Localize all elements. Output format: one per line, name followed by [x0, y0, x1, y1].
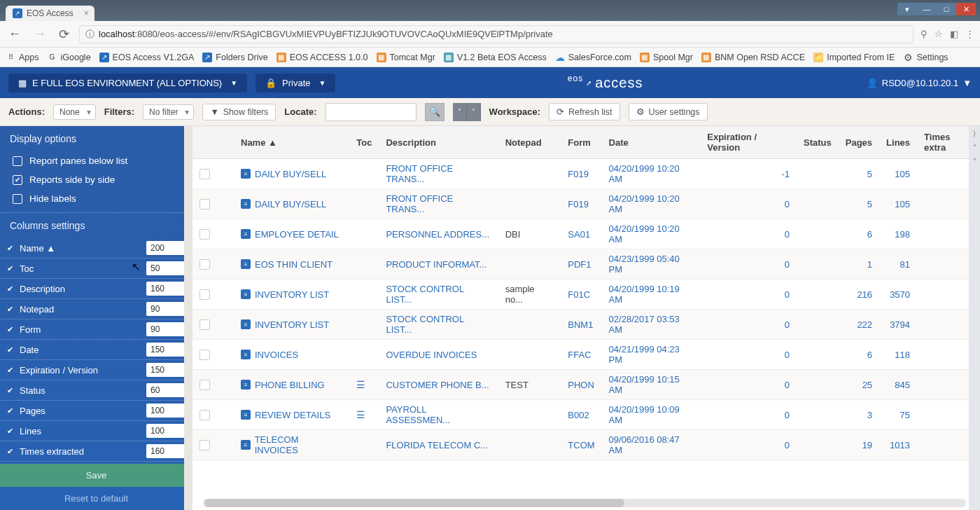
row-checkbox[interactable]	[200, 229, 210, 240]
locate-next-button[interactable]: ˅	[467, 103, 481, 121]
column-header[interactable]: Pages	[839, 126, 879, 159]
refresh-list-button[interactable]: ⟳Refresh list	[549, 103, 620, 120]
table-row[interactable]: ≡INVENTORY LISTSTOCK CONTROL LIST...BNM1…	[192, 310, 980, 340]
locate-prev-button[interactable]: ˄	[453, 103, 467, 121]
bookmark-item[interactable]: ☁SalesForce.com	[555, 53, 631, 62]
save-button[interactable]: Save	[0, 464, 192, 487]
locate-input[interactable]	[326, 103, 416, 121]
sidebar-scrollbar[interactable]	[184, 126, 192, 510]
bookmark-item[interactable]: ⠿Apps	[6, 53, 39, 62]
table-row[interactable]: ≡INVOICESOVERDUE INVOICESFFAC04/21/1999 …	[192, 340, 980, 370]
column-header[interactable]: Status	[797, 126, 839, 159]
scrollbar-thumb[interactable]	[204, 499, 624, 507]
table-row[interactable]: ≡DAILY BUY/SELLFRONT OFFICE TRANS...F019…	[192, 159, 980, 189]
column-setting-row[interactable]: Pages100	[0, 401, 192, 421]
table-row[interactable]: ≡EOS THIN CLIENTPRODUCT INFORMAT...PDF10…	[192, 249, 980, 280]
row-checkbox[interactable]	[200, 259, 210, 270]
forward-icon[interactable]: →	[31, 27, 49, 41]
visibility-selector[interactable]: 🔒 Private ▼	[255, 74, 335, 92]
column-width-input[interactable]: 160	[146, 282, 186, 296]
row-checkbox[interactable]	[200, 199, 210, 209]
menu-icon[interactable]: ⋮	[965, 29, 974, 39]
column-header[interactable]: Form	[561, 126, 601, 159]
checkbox-icon[interactable]	[13, 175, 22, 185]
column-width-input[interactable]: 50	[146, 261, 186, 275]
column-setting-row[interactable]: Form90	[0, 319, 192, 340]
row-checkbox[interactable]	[200, 169, 210, 179]
column-header[interactable]: Description	[379, 126, 498, 159]
user-menu[interactable]: 👤 RSD0@10.10.20.1 ▼	[867, 78, 972, 88]
tab-close-icon[interactable]: ×	[84, 8, 89, 18]
show-filters-button[interactable]: ▼Show filters	[202, 104, 276, 120]
row-checkbox[interactable]	[200, 350, 210, 360]
horizontal-scrollbar[interactable]	[203, 499, 966, 507]
checkbox-icon[interactable]	[13, 194, 22, 204]
window-maximize-button[interactable]: □	[937, 3, 956, 15]
table-row[interactable]: ≡PHONE BILLING☰CUSTOMER PHONE B...TESTPH…	[192, 370, 980, 400]
column-header[interactable]: Name ▲	[234, 126, 349, 159]
toc-icon[interactable]: ☰	[356, 409, 365, 420]
column-header[interactable]: Date	[602, 126, 701, 159]
bookmark-item[interactable]: ▦EOS ACCESS 1.0.0	[276, 53, 368, 62]
column-setting-row[interactable]: Notepad90	[0, 299, 192, 319]
column-width-input[interactable]: 160	[146, 444, 186, 458]
row-checkbox[interactable]	[200, 289, 210, 300]
column-width-input[interactable]: 150	[146, 363, 186, 377]
bookmark-item[interactable]: GiGoogle	[48, 53, 91, 62]
row-checkbox[interactable]	[200, 319, 210, 330]
column-width-input[interactable]: 150	[146, 343, 186, 357]
display-option[interactable]: Reports side by side	[0, 170, 192, 189]
column-setting-row[interactable]: Expiration / Version150	[0, 360, 192, 380]
table-row[interactable]: ≡INVENTORY LISTSTOCK CONTROL LIST...samp…	[192, 280, 980, 310]
actions-select[interactable]: None	[53, 104, 96, 120]
user-settings-button[interactable]: ⚙User settings	[629, 103, 708, 120]
row-checkbox[interactable]	[200, 380, 210, 390]
window-hide-button[interactable]: ▾	[897, 3, 917, 15]
column-setting-row[interactable]: Toc50	[0, 259, 192, 279]
column-width-input[interactable]: 100	[146, 404, 186, 418]
bookmark-item[interactable]: ▦BNM Open RSD ACCE	[701, 53, 805, 62]
checkbox-icon[interactable]	[13, 156, 22, 166]
row-checkbox[interactable]	[200, 410, 210, 420]
bookmark-item[interactable]: ↗EOS Access V1.2GA	[99, 53, 195, 62]
column-header[interactable]: Lines	[879, 126, 917, 159]
table-row[interactable]: ≡REVIEW DETAILS☰PAYROLL ASSESSMEN...B002…	[192, 400, 980, 430]
column-setting-row[interactable]: Times extracted160	[0, 441, 192, 462]
bookmark-item[interactable]: ▦Spool Mgr	[640, 53, 693, 62]
column-setting-row[interactable]: Lines100	[0, 421, 192, 441]
table-row[interactable]: ≡EMPLOYEE DETAILPERSONNEL ADDRES...DBISA…	[192, 219, 980, 249]
star-icon[interactable]: ☆	[934, 29, 943, 39]
environment-selector[interactable]: ▦ E FULL EOS ENVIRONMENT (ALL OPTIONS) ▼	[8, 74, 247, 92]
filters-select[interactable]: No filter	[143, 104, 194, 120]
column-width-input[interactable]: 100	[146, 424, 186, 438]
rail-collapse-icon[interactable]: ⟩	[969, 126, 980, 140]
column-header[interactable]: Notepad	[498, 126, 561, 159]
locate-search-button[interactable]: 🔍	[425, 103, 444, 121]
reset-button[interactable]: Reset to default	[0, 487, 192, 510]
column-setting-row[interactable]: Status60	[0, 380, 192, 401]
pin-icon[interactable]: ⚲	[920, 29, 927, 39]
table-row[interactable]: ≡TELECOM INVOICESFLORIDA TELECOM C...TCO…	[192, 430, 980, 460]
bookmark-item[interactable]: ⚙Settings	[903, 53, 948, 62]
display-option[interactable]: Hide labels	[0, 189, 192, 208]
site-info-icon[interactable]: ⓘ	[85, 28, 94, 41]
back-icon[interactable]: ←	[6, 27, 24, 41]
browser-tab[interactable]: ↗ EOS Access ×	[6, 6, 94, 21]
bookmark-item[interactable]: ▦Tomcat Mgr	[377, 53, 435, 62]
extension-icon[interactable]: ◧	[950, 29, 958, 39]
rail-up-icon[interactable]: ˄	[969, 140, 980, 154]
column-width-input[interactable]: 60	[146, 383, 186, 397]
column-width-input[interactable]: 90	[146, 302, 186, 316]
rail-down-icon[interactable]: ˅	[969, 154, 980, 168]
column-setting-row[interactable]: Description160	[0, 279, 192, 299]
table-row[interactable]: ≡DAILY BUY/SELLFRONT OFFICE TRANS...F019…	[192, 189, 980, 219]
bookmark-item[interactable]: ↗Folders Drive	[202, 53, 267, 62]
window-close-button[interactable]: ✕	[956, 3, 976, 15]
column-setting-row[interactable]: Name ▲200	[0, 238, 192, 259]
column-setting-row[interactable]: Date150	[0, 340, 192, 360]
reload-icon[interactable]: ⟳	[56, 27, 72, 42]
bookmark-item[interactable]: 📁Imported From IE	[813, 53, 895, 62]
window-minimize-button[interactable]: —	[917, 3, 937, 15]
column-header[interactable]: Toc	[349, 126, 379, 159]
column-width-input[interactable]: 90	[146, 322, 186, 336]
